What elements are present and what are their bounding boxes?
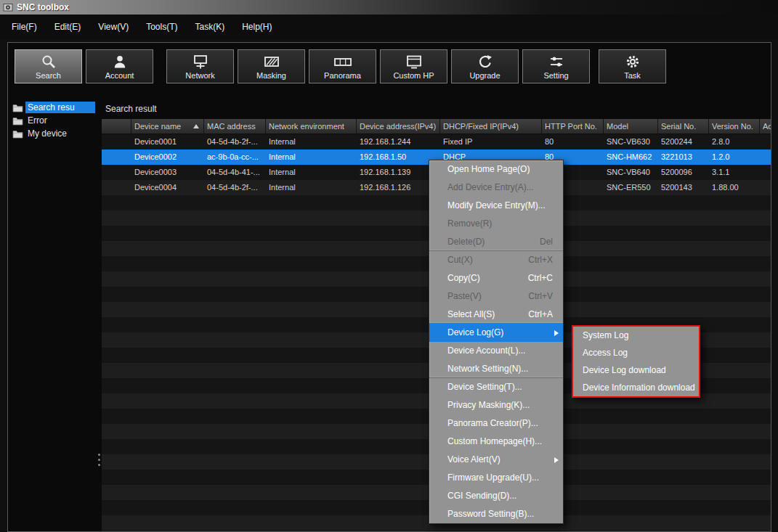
table-cell: SNC-VB630: [604, 134, 658, 150]
table-cell: Device0002: [131, 150, 204, 165]
menubar-item-task-k[interactable]: Task(K): [187, 18, 234, 36]
column-header-network-environment[interactable]: Network environment: [266, 119, 357, 134]
toolbar-button-label: Search: [36, 71, 61, 80]
table-cell: Device0004: [131, 180, 204, 195]
context-menu-item-device-setting-t[interactable]: Device Setting(T)...: [429, 378, 563, 396]
toolbar-button-search[interactable]: Search: [15, 49, 82, 83]
context-menu-item-voice-alert-v[interactable]: Voice Alert(V): [429, 451, 563, 469]
table-cell: [760, 485, 771, 500]
submenu-item-device-information-download[interactable]: Device Information download: [573, 379, 699, 396]
menubar-item-tools-t[interactable]: Tools(T): [137, 18, 186, 36]
table-cell: [709, 378, 760, 393]
menu-bar: File(F)Edit(E)View(V)Tools(T)Task(K)Help…: [0, 15, 778, 39]
table-cell: [131, 332, 204, 348]
table-cell: [102, 363, 131, 378]
submenu-item-device-log-download[interactable]: Device Log download: [573, 361, 699, 379]
toolbar-button-network[interactable]: Network: [166, 49, 234, 83]
table-cell: [204, 409, 266, 424]
context-menu-item-privacy-masking-k[interactable]: Privacy Masking(K)...: [429, 396, 563, 414]
context-menu-item-delete-d: Delete(D)Del: [429, 233, 563, 251]
table-cell: [709, 409, 760, 424]
table-cell: [204, 287, 266, 302]
column-header-dhcp-fixed-ip-ipv4[interactable]: DHCP/Fixed IP(IPv4): [440, 119, 542, 134]
context-menu-item-cgi-sending-d[interactable]: CGI Sending(D)...: [429, 487, 563, 505]
table-row[interactable]: Device000104-5d-4b-2f-...Internal192.168…: [102, 134, 771, 150]
table-cell: [357, 424, 440, 439]
context-menu-item-label: Custom Homepage(H)...: [447, 433, 542, 451]
context-menu-item-custom-homepage-h[interactable]: Custom Homepage(H)...: [429, 433, 563, 451]
context-menu-item-copy-c[interactable]: Copy(C)Ctrl+C: [429, 269, 563, 287]
table-cell: [357, 287, 440, 302]
context-menu-item-select-all-s[interactable]: Select All(S)Ctrl+A: [429, 306, 563, 324]
table-cell: [709, 287, 760, 302]
table-cell: [658, 470, 709, 485]
toolbar-button-account[interactable]: Account: [86, 49, 153, 83]
sidebar-item-error[interactable]: Error: [9, 114, 95, 127]
menubar-item-view-v[interactable]: View(V): [89, 18, 137, 36]
column-header-device-name[interactable]: Device name: [131, 119, 204, 134]
table-cell: [709, 332, 760, 348]
menubar-item-help-h[interactable]: Help(H): [233, 18, 280, 36]
table-cell: [102, 439, 131, 454]
app-icon: [3, 2, 13, 12]
context-menu-item-firmware-upgrade-u[interactable]: Firmware Upgrade(U)...: [429, 469, 563, 487]
context-menu-item-open-home-page-o[interactable]: Open Home Page(O): [429, 160, 563, 179]
context-menu-item-label: Network Setting(N)...: [447, 360, 528, 378]
sidebar-item-my-device[interactable]: My device: [9, 127, 95, 140]
column-header-serial-no[interactable]: Serial No.: [658, 119, 709, 134]
toolbar-button-upgrade[interactable]: Upgrade: [451, 49, 519, 83]
menubar-item-edit-e[interactable]: Edit(E): [46, 18, 90, 36]
submenu-item-access-log[interactable]: Access Log: [573, 344, 699, 361]
toolbar-button-masking[interactable]: Masking: [238, 49, 305, 83]
column-header-label: DHCP/Fixed IP(IPv4): [443, 122, 519, 131]
table-cell: [131, 378, 204, 393]
toolbar-button-custom-hp[interactable]: Custom HP: [380, 49, 447, 83]
column-header-device-address-ipv4[interactable]: Device address(IPv4): [357, 119, 440, 134]
table-cell: [357, 226, 440, 241]
table-row-empty[interactable]: [102, 531, 771, 531]
table-cell: 80: [542, 134, 604, 150]
column-header-version-no[interactable]: Version No.: [709, 119, 760, 134]
table-cell: [709, 317, 760, 332]
context-menu-item-device-log-g[interactable]: Device Log(G): [429, 324, 563, 342]
table-cell: [357, 256, 440, 271]
context-menu-item-add-device-entry-a: Add Device Entry(A)...: [429, 179, 563, 197]
table-cell: [204, 241, 266, 256]
column-header-selector[interactable]: [102, 119, 131, 134]
table-cell: [266, 287, 357, 302]
context-menu-item-panorama-creator-p[interactable]: Panorama Creator(P)...: [429, 414, 563, 433]
table-cell: [709, 271, 760, 287]
table-cell: [709, 439, 760, 454]
context-menu-item-device-account-l[interactable]: Device Account(L)...: [429, 342, 563, 360]
table-cell: SNC-HM662: [604, 150, 658, 165]
toolbar-button-task[interactable]: Task: [599, 49, 666, 83]
table-cell: [658, 485, 709, 500]
context-menu-item-network-setting-n[interactable]: Network Setting(N)...: [429, 360, 563, 378]
toolbar-button-setting[interactable]: Setting: [522, 49, 590, 83]
table-cell: [440, 531, 542, 531]
table-cell: [760, 424, 771, 439]
table-cell: [760, 500, 771, 515]
folder-icon: [12, 129, 23, 139]
table-cell: [357, 241, 440, 256]
table-cell: [357, 531, 440, 531]
table-cell: [709, 256, 760, 271]
column-header-ac[interactable]: Ac: [760, 119, 771, 134]
menubar-item-file-f[interactable]: File(F): [3, 18, 46, 36]
context-menu-item-label: Device Account(L)...: [447, 342, 525, 360]
column-header-mac-address[interactable]: MAC address: [204, 119, 266, 134]
column-header-model[interactable]: Model: [604, 119, 658, 134]
table-cell: Internal: [266, 165, 357, 180]
context-menu-shortcut: Ctrl+V: [528, 287, 553, 306]
sidebar-item-search-resu[interactable]: Search resu: [9, 101, 95, 114]
table-cell: [204, 470, 266, 485]
toolbar-button-panorama[interactable]: Panorama: [309, 49, 376, 83]
table-cell: [204, 271, 266, 287]
title-bar[interactable]: SNC toolbox: [0, 0, 778, 15]
table-cell: [131, 302, 204, 317]
column-header-http-port-no[interactable]: HTTP Port No.: [542, 119, 604, 134]
context-menu-item-password-setting-b[interactable]: Password Setting(B)...: [429, 505, 563, 523]
submenu-item-system-log[interactable]: System Log: [573, 327, 699, 344]
context-menu-item-modify-device-entry-m[interactable]: Modify Device Entry(M)...: [429, 197, 563, 215]
table-cell: [760, 180, 771, 195]
